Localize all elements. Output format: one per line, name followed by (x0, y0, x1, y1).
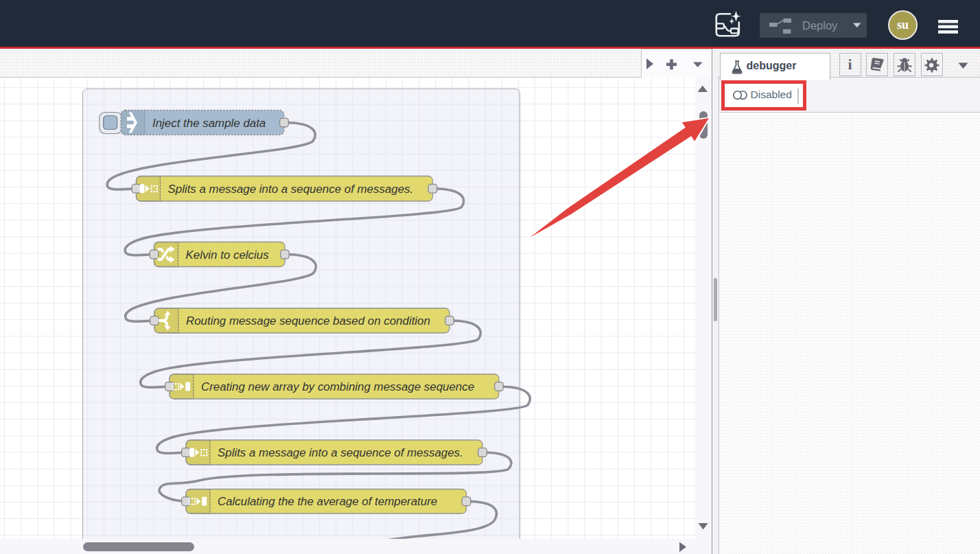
svg-text:Kelvin to celcius: Kelvin to celcius (186, 249, 270, 262)
svg-text:Inject the sample data: Inject the sample data (152, 117, 266, 130)
svg-text:Routing message sequence based: Routing message sequence based on condit… (186, 314, 430, 327)
svg-text:Splits a message into a sequen: Splits a message into a sequence of mess… (168, 183, 414, 196)
svg-text:Splits a message into a sequen: Splits a message into a sequence of mess… (218, 446, 463, 459)
svg-text:Creating new array by combinin: Creating new array by combining message … (201, 380, 474, 393)
svg-text:Calculating the the average of: Calculating the the average of temperatu… (218, 495, 437, 508)
